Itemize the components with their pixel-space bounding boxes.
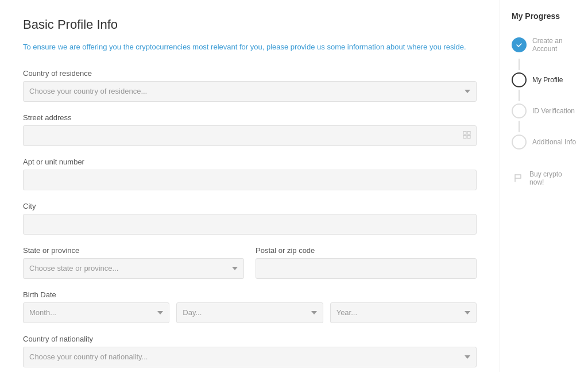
- city-label: City: [23, 202, 477, 210]
- state-postal-row: State or province Choose state or provin…: [23, 246, 477, 290]
- svg-rect-0: [463, 131, 466, 134]
- street-address-input[interactable]: [23, 125, 477, 146]
- birth-day-select[interactable]: Day...: [176, 302, 323, 323]
- apt-unit-label: Apt or unit number: [23, 158, 477, 166]
- page-subtitle: To ensure we are offering you the crypto…: [23, 41, 477, 53]
- apt-unit-group: Apt or unit number: [23, 158, 477, 190]
- country-nationality-group: Country of nationality Choose your count…: [23, 335, 477, 367]
- page-title: Basic Profile Info: [23, 17, 477, 32]
- step-line-4: [519, 152, 520, 163]
- svg-rect-3: [467, 135, 470, 138]
- apt-unit-input[interactable]: [23, 170, 477, 190]
- street-address-group: Street address: [23, 113, 477, 146]
- step-my-profile-row: My Profile: [512, 71, 577, 89]
- step-additional-info-row: Additional Info: [512, 133, 577, 151]
- step-id-verification-label: ID Verification: [532, 102, 575, 120]
- city-input[interactable]: [23, 214, 477, 235]
- birth-date-label: Birth Date: [23, 290, 477, 299]
- postal-code-label: Postal or zip code: [256, 246, 477, 255]
- postal-code-group: Postal or zip code: [256, 246, 477, 279]
- country-residence-label: Country of residence: [23, 69, 477, 78]
- birth-date-row: Month... Day... Year...: [23, 302, 477, 323]
- progress-steps: Create an Account My Profile ID Verifica…: [512, 32, 577, 186]
- state-province-select[interactable]: Choose state or province...: [23, 258, 244, 279]
- buy-crypto-row: Buy crypto now!: [512, 170, 577, 186]
- step-my-profile: My Profile: [512, 71, 577, 102]
- step-id-verification-circle: [512, 103, 527, 118]
- country-nationality-label: Country of nationality: [23, 335, 477, 343]
- step-create-account-row: Create an Account: [512, 32, 577, 57]
- buy-crypto-icon: [512, 171, 525, 185]
- postal-code-input[interactable]: [256, 258, 477, 279]
- country-residence-select[interactable]: Choose your country of residence...: [23, 81, 477, 102]
- step-id-verification: ID Verification: [512, 102, 577, 133]
- step-my-profile-circle: [512, 72, 527, 87]
- svg-rect-2: [463, 135, 466, 138]
- step-additional-info-circle: [512, 135, 527, 149]
- street-input-wrapper: [23, 125, 477, 146]
- country-nationality-select[interactable]: Choose your country of nationality...: [23, 347, 477, 367]
- step-create-account-circle: [512, 37, 527, 52]
- step-line-3: [519, 121, 520, 132]
- step-id-verification-row: ID Verification: [512, 102, 577, 120]
- step-my-profile-label: My Profile: [532, 71, 563, 89]
- city-group: City: [23, 202, 477, 235]
- birth-month-select[interactable]: Month...: [23, 302, 169, 323]
- step-create-account: Create an Account: [512, 32, 577, 71]
- sidebar: My Progress Create an Account: [500, 0, 588, 372]
- country-residence-group: Country of residence Choose your country…: [23, 69, 477, 102]
- sidebar-title: My Progress: [512, 11, 577, 21]
- buy-crypto-label: Buy crypto now!: [529, 170, 577, 186]
- step-additional-info-label: Additional Info: [532, 133, 576, 151]
- street-address-label: Street address: [23, 113, 477, 122]
- state-province-group: State or province Choose state or provin…: [23, 246, 244, 279]
- map-pin-icon: [463, 131, 471, 140]
- step-line-1: [519, 59, 520, 70]
- step-line-2: [519, 90, 520, 101]
- main-content: Basic Profile Info To ensure we are offe…: [0, 0, 500, 372]
- step-create-account-label: Create an Account: [532, 32, 577, 57]
- step-additional-info: Additional Info: [512, 133, 577, 164]
- svg-rect-1: [467, 131, 470, 134]
- birth-year-select[interactable]: Year...: [330, 302, 477, 323]
- birth-date-group: Birth Date Month... Day... Year...: [23, 290, 477, 323]
- state-province-label: State or province: [23, 246, 244, 255]
